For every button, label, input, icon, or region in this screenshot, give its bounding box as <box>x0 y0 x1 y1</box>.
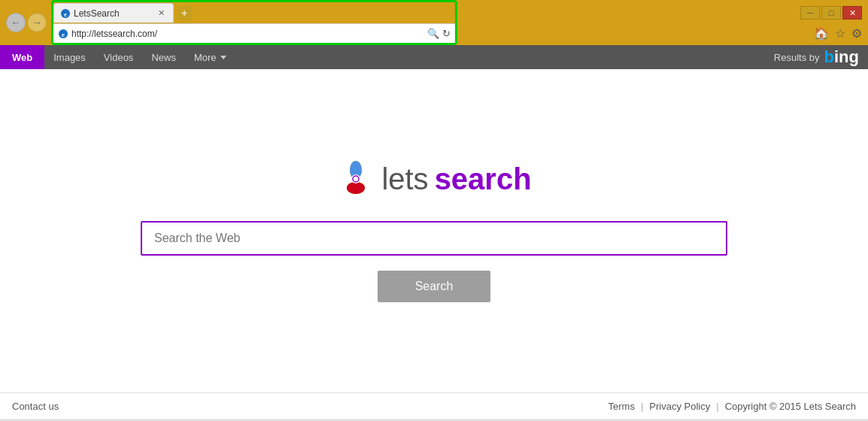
search-button[interactable]: Search <box>378 271 491 302</box>
bing-b: b <box>824 47 834 66</box>
tab-bar: e LetsSearch ✕ + <box>53 2 455 23</box>
search-address-icon[interactable]: 🔍 <box>427 28 439 39</box>
search-box-container <box>141 221 727 256</box>
tab-label: LetsSearch <box>74 8 152 19</box>
forward-button[interactable]: → <box>27 13 47 32</box>
separator-1: | <box>641 401 643 412</box>
logo-area: letssearch <box>336 159 531 198</box>
svg-text:e: e <box>62 31 65 38</box>
active-tab[interactable]: e LetsSearch ✕ <box>53 3 174 23</box>
address-bar: e 🔍 ↻ <box>53 23 455 43</box>
home-icon[interactable]: 🏠 <box>814 26 829 41</box>
privacy-link[interactable]: Privacy Policy <box>649 401 710 412</box>
more-chevron-icon <box>220 56 226 59</box>
copyright-text: Copyright © 2015 Lets Search <box>725 401 856 412</box>
bing-g: g <box>849 47 859 66</box>
nav-web[interactable]: Web <box>0 45 44 69</box>
footer: Contact us Terms | Privacy Policy | Copy… <box>0 392 868 419</box>
address-input[interactable] <box>71 29 424 39</box>
main-content: letssearch Search <box>0 69 868 392</box>
tab-address-container: e LetsSearch ✕ + e 🔍 ↻ <box>51 0 457 45</box>
browser-toolbar: Web Images Videos News More Results by b… <box>0 45 868 69</box>
letssearch-logo-icon <box>336 159 375 198</box>
nav-news[interactable]: News <box>142 45 185 69</box>
logo-search: search <box>435 162 532 196</box>
minimize-button[interactable]: ─ <box>800 6 820 20</box>
nav-images[interactable]: Images <box>44 45 95 69</box>
terms-link[interactable]: Terms <box>609 401 635 412</box>
contact-link[interactable]: Contact us <box>12 401 59 412</box>
ie-favicon: e <box>58 29 68 39</box>
tab-favicon: e <box>60 8 71 19</box>
nav-buttons: ← → <box>6 13 47 32</box>
maximize-button[interactable]: □ <box>821 6 841 20</box>
footer-right: Terms | Privacy Policy | Copyright © 201… <box>609 401 856 412</box>
results-by-label: Results by <box>774 52 820 63</box>
footer-left: Contact us <box>12 401 609 412</box>
svg-point-7 <box>347 182 365 194</box>
logo-lets: lets <box>381 162 428 196</box>
new-tab-button[interactable]: + <box>177 5 192 20</box>
search-input[interactable] <box>141 221 727 256</box>
window-controls: ─ □ ✕ <box>800 6 862 20</box>
results-by: Results by bing <box>774 47 868 67</box>
nav-videos[interactable]: Videos <box>95 45 143 69</box>
svg-text:e: e <box>64 11 67 18</box>
star-icon[interactable]: ☆ <box>835 26 845 41</box>
separator-2: | <box>716 401 718 412</box>
browser-window: ← → e LetsSearch ✕ + <box>0 0 868 421</box>
bing-logo: bing <box>824 47 859 67</box>
refresh-icon[interactable]: ↻ <box>442 28 451 39</box>
browser-chrome: ← → e LetsSearch ✕ + <box>0 0 868 45</box>
back-button[interactable]: ← <box>6 13 26 32</box>
tab-close-button[interactable]: ✕ <box>155 8 167 20</box>
nav-more[interactable]: More <box>185 45 235 69</box>
bing-n: n <box>839 47 848 66</box>
more-label: More <box>194 52 217 63</box>
close-button[interactable]: ✕ <box>842 6 862 20</box>
ie-toolbar-right: 🏠 ☆ ⚙ <box>814 26 862 41</box>
gear-icon[interactable]: ⚙ <box>851 26 862 41</box>
address-icons: 🔍 ↻ <box>427 28 451 39</box>
